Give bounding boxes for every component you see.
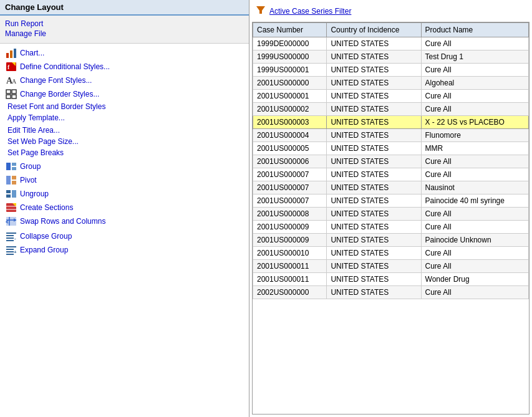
table-row: 2001US000009UNITED STATESPainocide Unkno… (253, 234, 529, 247)
table-row: 2001US000001UNITED STATESCure All (253, 90, 529, 103)
cell-country: UNITED STATES (327, 234, 421, 247)
expand-group-link[interactable]: Expand Group (20, 246, 68, 254)
cell-country: UNITED STATES (327, 208, 421, 221)
collapse-group-menu-item[interactable]: - Collapse Group (5, 231, 244, 242)
collapse-group-link[interactable]: Collapse Group (20, 232, 72, 241)
table-row: 2001US000007UNITED STATESCure All (253, 168, 529, 181)
svg-rect-31 (6, 240, 14, 241)
cell-case-number: 2001US000009 (253, 221, 327, 234)
table-row: 2001US000002UNITED STATESCure All (253, 103, 529, 116)
svg-rect-13 (12, 163, 16, 166)
cell-case-number: 2001US000007 (253, 181, 327, 194)
svg-rect-15 (6, 176, 11, 185)
set-page-breaks-item[interactable]: Set Page Breaks (5, 148, 244, 157)
run-report-link[interactable]: Run Report (5, 19, 244, 28)
cell-case-number: 2001US000007 (253, 194, 327, 208)
cell-case-number: 2001US000001 (253, 90, 327, 103)
cell-product: Cure All (421, 103, 528, 116)
set-web-page-link[interactable]: Set Web Page Size... (7, 137, 79, 146)
reset-font-border-link[interactable]: Reset Font and Border Styles (7, 102, 105, 111)
chart-link[interactable]: Chart... (20, 49, 44, 57)
table-row: 2001US000000UNITED STATESAlgoheal (253, 77, 529, 90)
ungroup-menu-item[interactable]: Ungroup (5, 188, 244, 199)
cell-case-number: 2001US000011 (253, 260, 327, 273)
svg-rect-9 (12, 90, 16, 93)
right-panel: Active Case Series Filter Case Number Co… (249, 0, 532, 417)
group-menu-item[interactable]: Group (5, 161, 244, 172)
cell-product: Cure All (421, 260, 528, 273)
apply-template-item[interactable]: Apply Template... (5, 113, 244, 122)
cell-case-number: 1999US000001 (253, 64, 327, 77)
cell-product: Painocide Unknown (421, 234, 528, 247)
conditional-styles-link[interactable]: Define Conditional Styles... (20, 62, 110, 71)
left-panel: Change Layout Run Report Manage File Cha… (0, 0, 249, 417)
cell-product: Cure All (421, 208, 528, 221)
swap-rows-cols-menu-item[interactable]: Swap Rows and Columns (5, 216, 244, 227)
pivot-menu-item[interactable]: Pivot (5, 175, 244, 186)
border-styles-link[interactable]: Change Border Styles... (20, 90, 99, 98)
active-case-filter-link[interactable]: Active Case Series Filter (269, 7, 351, 16)
font-styles-menu-item[interactable]: A A Change Font Styles... (5, 75, 244, 86)
ungroup-link[interactable]: Ungroup (20, 189, 49, 198)
svg-rect-28 (6, 232, 16, 234)
cell-product: Cure All (421, 221, 528, 234)
cell-country: UNITED STATES (327, 194, 421, 208)
col-header-product: Product Name (421, 23, 528, 37)
col-header-case-number: Case Number (253, 23, 327, 37)
svg-rect-17 (12, 181, 16, 185)
edit-title-item[interactable]: Edit Title Area... (5, 126, 244, 135)
cell-product: MMR (421, 142, 528, 155)
svg-rect-33 (6, 246, 16, 247)
apply-template-link[interactable]: Apply Template... (7, 113, 65, 122)
cell-product: Cure All (421, 247, 528, 260)
cell-case-number: 2001US000010 (253, 247, 327, 260)
table-row: 2001US000011UNITED STATESWonder Drug (253, 273, 529, 286)
cell-country: UNITED STATES (327, 273, 421, 286)
cell-case-number: 2001US000003 (253, 116, 327, 129)
cell-product: Test Drug 1 (421, 50, 528, 64)
data-table-container[interactable]: Case Number Country of Incidence Product… (252, 22, 530, 415)
border-icon (5, 89, 17, 100)
swap-icon (5, 216, 17, 227)
expand-group-menu-item[interactable]: + Expand Group (5, 244, 244, 256)
reset-font-border-item[interactable]: Reset Font and Border Styles (5, 102, 244, 111)
table-row: 1999DE000000UNITED STATESCure All (253, 37, 529, 50)
cell-case-number: 2001US000007 (253, 168, 327, 181)
group-icon (5, 161, 17, 172)
cell-country: UNITED STATES (327, 155, 421, 168)
cell-product: X - 22 US vs PLACEBO (421, 116, 528, 129)
table-row: 2001US000011UNITED STATESCure All (253, 260, 529, 273)
create-sections-menu-item[interactable]: Create Sections (5, 202, 244, 213)
cell-country: UNITED STATES (327, 181, 421, 194)
swap-rows-cols-link[interactable]: Swap Rows and Columns (20, 217, 105, 226)
group-link[interactable]: Group (20, 162, 41, 171)
svg-rect-14 (12, 167, 16, 170)
create-sections-link[interactable]: Create Sections (20, 203, 73, 212)
conditional-styles-menu-item[interactable]: f Define Conditional Styles... (5, 61, 244, 72)
cell-product: Cure All (421, 155, 528, 168)
cell-product: Cure All (421, 64, 528, 77)
svg-rect-34 (6, 249, 14, 250)
table-row: 2001US000003UNITED STATESX - 22 US vs PL… (253, 116, 529, 129)
chart-menu-item[interactable]: Chart... (5, 47, 244, 59)
cell-product: Flunomore (421, 129, 528, 142)
cell-case-number: 1999US000000 (253, 50, 327, 64)
cell-product: Nausinot (421, 181, 528, 194)
border-styles-menu-item[interactable]: Change Border Styles... (5, 89, 244, 100)
svg-rect-11 (12, 95, 16, 98)
manage-file-link[interactable]: Manage File (5, 29, 244, 38)
table-row: 2001US000010UNITED STATESCure All (253, 247, 529, 260)
cell-case-number: 1999DE000000 (253, 37, 327, 50)
table-row: 2001US000009UNITED STATESCure All (253, 221, 529, 234)
svg-rect-30 (6, 237, 14, 239)
conditional-icon: f (5, 61, 17, 72)
svg-rect-29 (6, 235, 14, 236)
pivot-link[interactable]: Pivot (20, 176, 37, 185)
section-icon (5, 202, 17, 213)
set-web-page-item[interactable]: Set Web Page Size... (5, 137, 244, 146)
edit-title-link[interactable]: Edit Title Area... (7, 126, 60, 135)
filter-funnel-icon (256, 5, 266, 17)
font-styles-link[interactable]: Change Font Styles... (20, 76, 92, 85)
set-page-breaks-link[interactable]: Set Page Breaks (7, 148, 64, 157)
table-row: 1999US000001UNITED STATESCure All (253, 64, 529, 77)
